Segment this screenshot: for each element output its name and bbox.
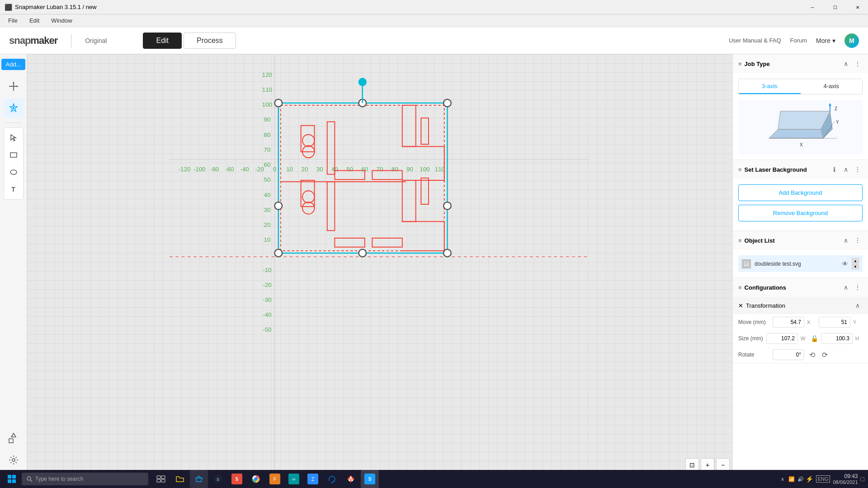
laser-bg-header[interactable]: ≡ Set Laser Background ℹ ∧ ⋮ [733, 160, 868, 179]
link-forum[interactable]: Forum [790, 37, 807, 44]
lang-indicator[interactable]: ENG [816, 475, 830, 483]
object-list-item[interactable]: doubleside test.svg 👁 ▲ ▼ [738, 255, 863, 272]
svg-text:30: 30 [316, 166, 323, 173]
tab-edit[interactable]: Edit [143, 33, 182, 49]
taskbar-app-store[interactable] [190, 470, 208, 488]
axis-tool[interactable] [4, 76, 24, 96]
maximize-button[interactable]: ☐ [825, 0, 845, 14]
tray-up-arrow[interactable]: ∧ [779, 475, 786, 483]
menu-window[interactable]: Window [47, 16, 75, 25]
configurations-more[interactable]: ⋮ [853, 282, 863, 292]
svg-text:-50: -50 [263, 326, 271, 333]
tray-battery[interactable]: ⚡ [806, 475, 813, 483]
rotate-ccw-button[interactable]: ⟲ [807, 350, 817, 360]
settings-tool[interactable] [4, 450, 24, 470]
taskbar-app-zoom[interactable]: Z [304, 470, 322, 488]
size-h-input[interactable] [821, 333, 853, 344]
tab-process[interactable]: Process [184, 33, 236, 49]
left-toolbar: Add... [0, 54, 27, 474]
taskbar-app-edge[interactable] [323, 470, 341, 488]
taskbar-app-taskview[interactable] [152, 470, 170, 488]
star-tool[interactable] [4, 98, 24, 118]
taskbar-app-chrome[interactable] [247, 470, 265, 488]
logo-divider [71, 34, 71, 47]
ellipse-tool[interactable] [5, 164, 22, 180]
add-button[interactable]: Add... [1, 59, 26, 70]
menu-edit[interactable]: Edit [26, 16, 43, 25]
window-controls: ─ ☐ ✕ [802, 0, 868, 14]
scroll-down[interactable]: ▼ [852, 264, 859, 269]
tray-network[interactable]: 📶 [788, 475, 795, 483]
search-placeholder: Type here to search [35, 476, 83, 482]
text-tool[interactable]: T [5, 181, 22, 197]
svg-text:120: 120 [262, 71, 272, 78]
laser-bg-info[interactable]: ℹ [829, 164, 839, 174]
taskbar-app-git[interactable] [342, 470, 360, 488]
add-background-button[interactable]: Add Background [738, 184, 863, 201]
lock-icon[interactable]: 🔒 [811, 335, 818, 342]
taskbar-app-arduino[interactable]: ∞ [285, 470, 303, 488]
tray-icons-row: ENG [816, 475, 830, 483]
scroll-up[interactable]: ▲ [852, 258, 859, 263]
object-list-header[interactable]: ≡ Object List ∧ ⋮ [733, 231, 868, 250]
move-y-input[interactable] [819, 317, 850, 328]
laser-bg-collapse[interactable]: ∧ [841, 164, 851, 174]
transformation-title: Transformation [746, 302, 850, 309]
svg-rect-95 [157, 476, 160, 479]
svg-text:110: 110 [262, 86, 272, 93]
svg-text:20: 20 [302, 166, 308, 173]
rotate-input[interactable] [773, 349, 804, 360]
object-list-more[interactable]: ⋮ [853, 235, 863, 245]
windows-taskbar: Type here to search [0, 470, 868, 488]
configurations-header[interactable]: ≡ Configurations ∧ ⋮ [733, 278, 868, 297]
link-manual[interactable]: User Manual & FAQ [729, 37, 781, 44]
explorer-icon [175, 474, 184, 483]
header-right: User Manual & FAQ Forum More ▾ M [729, 33, 859, 48]
tray-time[interactable]: 09:43 08/06/2021 [833, 473, 858, 485]
remove-background-button[interactable]: Remove Background [738, 205, 863, 221]
close-button[interactable]: ✕ [847, 0, 868, 14]
3d-visualization: Z Y X [738, 100, 863, 154]
tab-3axis[interactable]: 3-axis [739, 79, 801, 94]
shapes-tool[interactable] [4, 428, 24, 448]
steam-icon: S [213, 474, 222, 483]
menu-file[interactable]: File [5, 16, 21, 25]
titlebar: ⬛ Snapmaker Luban 3.15.1 / new ─ ☐ ✕ [0, 0, 868, 14]
more-button[interactable]: More ▾ [816, 37, 835, 44]
configurations-collapse[interactable]: ∧ [841, 282, 851, 292]
taskbar-search[interactable]: Type here to search [22, 473, 148, 485]
transformation-header[interactable]: ✕ Transformation ∧ [733, 297, 868, 314]
w-unit: W [801, 336, 808, 341]
transformation-collapse[interactable]: ∧ [853, 300, 863, 310]
minimize-button[interactable]: ─ [802, 0, 823, 14]
rect-tool[interactable] [5, 147, 22, 163]
original-label: Original [85, 37, 107, 44]
rect-icon [9, 151, 18, 159]
size-w-input[interactable] [766, 333, 798, 344]
job-type-more[interactable]: ⋮ [853, 59, 863, 69]
tray-volume[interactable]: 🔊 [797, 475, 804, 483]
rotate-cw-button[interactable]: ⟳ [820, 350, 830, 360]
tab-4axis[interactable]: 4-axis [801, 79, 863, 94]
taskbar-app-5[interactable]: 5 [228, 470, 246, 488]
svg-text:70: 70 [264, 146, 271, 153]
object-filename: doubleside test.svg [755, 261, 838, 267]
svg-text:-120: -120 [179, 166, 191, 173]
cursor-tool[interactable] [5, 130, 22, 146]
job-type-header[interactable]: ≡ Job Type ∧ ⋮ [733, 54, 868, 73]
taskbar-app-6[interactable]: F [266, 470, 284, 488]
move-x-input[interactable] [773, 317, 804, 328]
taskbar-app-steam[interactable]: S [209, 470, 227, 488]
start-button[interactable] [4, 471, 20, 487]
avatar[interactable]: M [844, 33, 859, 48]
taskbar-app-explorer[interactable] [171, 470, 189, 488]
right-panel: ≡ Job Type ∧ ⋮ 3-axis 4-axis [732, 54, 868, 474]
canvas-area[interactable]: -120 -100 -80 -60 -40 -20 0 10 20 30 40 … [27, 54, 732, 474]
object-list-collapse[interactable]: ∧ [841, 235, 851, 245]
date-display: 08/06/2021 [833, 479, 858, 485]
notification-button[interactable]: □ [861, 475, 864, 483]
laser-bg-more[interactable]: ⋮ [853, 164, 863, 174]
visibility-toggle[interactable]: 👁 [842, 260, 848, 267]
taskbar-app-snapmaker[interactable]: S [361, 470, 379, 488]
job-type-collapse[interactable]: ∧ [841, 59, 851, 69]
